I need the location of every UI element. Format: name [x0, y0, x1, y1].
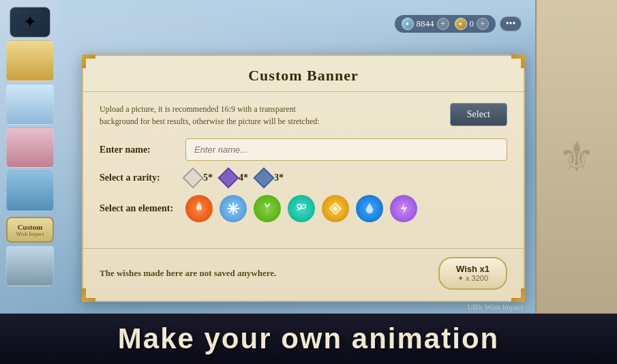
element-hydro-button[interactable] — [356, 195, 383, 222]
top-bar: ✦ 8844 + ✦ 0 + ••• — [60, 0, 535, 48]
dialog-header: Custom Banner — [83, 56, 524, 92]
corner-decoration-br — [511, 288, 525, 302]
right-panel-design: ⚜ — [550, 55, 604, 259]
genesis-count: 0 — [470, 18, 475, 29]
rarity-3-label: 3* — [274, 172, 284, 183]
element-pyro-button[interactable] — [185, 195, 213, 222]
dialog-title: Custom Banner — [83, 67, 524, 85]
sidebar-char-5[interactable] — [6, 245, 54, 286]
rarity-label: Select a rarity: — [100, 172, 175, 183]
dialog-body: Upload a picture, it is recommended 16:9… — [83, 92, 524, 243]
rarity-4star[interactable]: 4* — [221, 170, 248, 185]
rarity-5star[interactable]: 5* — [185, 170, 213, 185]
primogem-display: ✦ 8844 + — [402, 18, 449, 30]
rarity-4-diamond — [217, 167, 239, 188]
sidebar-char-1[interactable] — [6, 40, 54, 81]
bottom-title-bar: Make your own animation — [0, 314, 617, 364]
custom-sublabel: Wish Impact — [16, 231, 44, 237]
select-file-button[interactable]: Select — [450, 103, 507, 126]
rarity-group: 5* 4* 3* — [185, 170, 284, 185]
primogem-icon: ✦ — [402, 18, 414, 30]
custom-wish-button[interactable]: Custom Wish Impact — [6, 217, 54, 243]
currency-group: ✦ 8844 + ✦ 0 + — [395, 15, 496, 33]
upload-row: Upload a picture, it is recommended 16:9… — [100, 103, 507, 127]
element-geo-button[interactable] — [322, 195, 349, 222]
more-options-button[interactable]: ••• — [500, 16, 522, 31]
bottom-title-text: Make your own animation — [118, 322, 499, 355]
name-input[interactable] — [185, 138, 507, 161]
wish-button-cost: ✦ x 3200 — [456, 274, 490, 283]
wish-button[interactable]: Wish x1 ✦ x 3200 — [438, 257, 507, 290]
genesis-icon: ✦ — [455, 18, 467, 30]
element-label: Select an element: — [100, 203, 175, 214]
rarity-4-label: 4* — [239, 172, 248, 183]
genesis-display: ✦ 0 + — [455, 18, 490, 30]
element-row: Select an element: — [100, 195, 507, 222]
sidebar-char-2[interactable] — [6, 84, 54, 125]
dialog-footer: The wishes made here are not saved anywh… — [83, 248, 524, 290]
sidebar-char-3[interactable] — [6, 127, 54, 168]
element-electro-button[interactable] — [390, 195, 417, 222]
sidebar-char-4[interactable] — [6, 170, 54, 211]
rarity-5-label: 5* — [203, 172, 213, 183]
right-decorative-panel: ⚜ — [535, 0, 617, 314]
genesis-add-button[interactable]: + — [477, 18, 489, 30]
primogem-add-button[interactable]: + — [437, 18, 449, 30]
name-label: Enter name: — [100, 145, 175, 155]
name-row: Enter name: — [100, 138, 507, 161]
uid-display: UID: Wish Impact — [468, 303, 523, 311]
upload-description: Upload a picture, it is recommended 16:9… — [100, 103, 439, 127]
custom-banner-dialog: Custom Banner Upload a picture, it is re… — [82, 55, 525, 302]
corner-decoration-bl — [82, 288, 95, 302]
sidebar: ✦ Custom Wish Impact — [0, 0, 60, 286]
wish-button-label: Wish x1 — [456, 264, 490, 274]
element-dendro-button[interactable] — [254, 195, 281, 222]
rarity-row: Select a rarity: 5* 4* 3* — [100, 170, 507, 185]
sidebar-top-icon: ✦ — [10, 7, 50, 37]
element-group — [185, 195, 417, 222]
element-anemo-button[interactable] — [288, 195, 315, 222]
custom-label: Custom — [18, 223, 43, 231]
primogem-count: 8844 — [417, 18, 434, 29]
rarity-3-diamond — [253, 167, 274, 188]
rarity-3star[interactable]: 3* — [256, 170, 284, 185]
footer-notice: The wishes made here are not saved anywh… — [100, 268, 276, 279]
rarity-5-diamond — [182, 167, 203, 188]
element-cryo-button[interactable] — [220, 195, 247, 222]
